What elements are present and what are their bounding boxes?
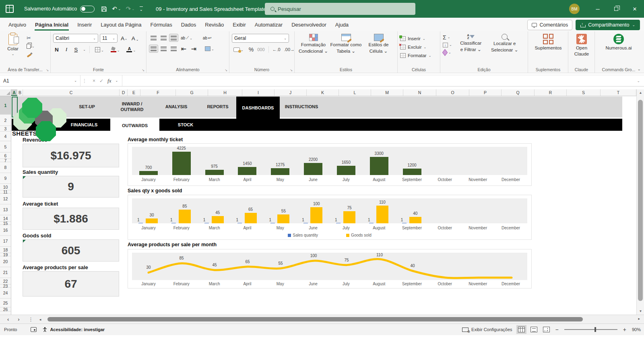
decrease-decimal-button[interactable]: .00→ bbox=[284, 47, 295, 52]
name-box[interactable]: A1 ⌄ bbox=[0, 75, 80, 86]
vertical-scroll-thumb[interactable] bbox=[638, 100, 643, 301]
restore-button[interactable] bbox=[607, 0, 625, 18]
row-header-16[interactable]: 16 bbox=[0, 225, 11, 236]
addins-button[interactable]: Suplementos bbox=[530, 34, 566, 50]
row-header-24[interactable]: 24 bbox=[0, 288, 11, 299]
scroll-down-icon[interactable]: ▼ bbox=[637, 309, 644, 313]
comments-button[interactable]: Comentários bbox=[527, 20, 572, 30]
row-header-17[interactable]: 17 bbox=[0, 236, 11, 247]
decrease-indent-button[interactable]: ⇤ bbox=[179, 45, 188, 53]
row-header-5[interactable]: 5 bbox=[0, 141, 11, 152]
nav-tab-inward-outward[interactable]: INWARD / OUTWARD bbox=[112, 97, 152, 117]
select-all-corner[interactable] bbox=[0, 89, 11, 96]
row-header-9[interactable]: 9 bbox=[0, 173, 11, 184]
scroll-up-icon[interactable]: ▲ bbox=[637, 91, 644, 95]
orientation-button[interactable]: ab⟋⌄ bbox=[179, 35, 194, 41]
row-header-7[interactable]: 7 bbox=[0, 159, 11, 162]
document-title[interactable]: 09 - Inventory and Sales Spreadsheet Tem… bbox=[156, 6, 272, 12]
ribbon-tab-ajuda[interactable]: Ajuda bbox=[331, 19, 353, 31]
numerous-ai-button[interactable]: Numerous.ai bbox=[597, 34, 640, 50]
row-header-25[interactable]: 25 bbox=[0, 299, 11, 307]
align-middle-button[interactable] bbox=[159, 34, 168, 42]
minimize-button[interactable]: ─ bbox=[588, 0, 607, 18]
column-header-O[interactable]: O bbox=[436, 89, 469, 96]
autosum-button[interactable]: Σ⌄ bbox=[443, 34, 452, 40]
sub-tab-financials[interactable]: FINANCIALS bbox=[65, 119, 103, 131]
redo-button[interactable]: ↷⌄ bbox=[123, 5, 137, 12]
nav-tab-analysis[interactable]: ANALYSIS bbox=[159, 97, 193, 117]
horizontal-scrollbar[interactable]: ▸ bbox=[43, 315, 641, 323]
avatar[interactable]: BM bbox=[569, 4, 580, 14]
fill-button[interactable]: ↓⌄ bbox=[443, 42, 452, 48]
clear-button[interactable]: ⌄ bbox=[443, 49, 452, 56]
row-header-1[interactable]: 1 bbox=[0, 96, 11, 115]
column-header-B[interactable]: B bbox=[17, 89, 23, 96]
copy-button[interactable]: ⌄ bbox=[27, 43, 35, 49]
column-header-P[interactable]: P bbox=[469, 89, 502, 96]
dialog-launcher-icon[interactable]: ↘ bbox=[225, 68, 227, 72]
ribbon-tab-layout-da-página[interactable]: Layout da Página bbox=[96, 19, 146, 31]
column-header-T[interactable]: T bbox=[601, 89, 636, 96]
column-header-L[interactable]: L bbox=[339, 89, 371, 96]
font-size-select[interactable]: 11⌄ bbox=[100, 34, 118, 43]
prev-sheet-button[interactable]: ‹ bbox=[7, 316, 9, 322]
horizontal-scroll-thumb[interactable] bbox=[47, 317, 583, 321]
ribbon-tab-desenvolvedor[interactable]: Desenvolvedor bbox=[287, 19, 331, 31]
zoom-slider[interactable] bbox=[564, 329, 617, 330]
align-left-button[interactable] bbox=[149, 45, 158, 53]
ribbon-tab-página-inicial[interactable]: Página Inicial bbox=[31, 19, 73, 31]
comma-style-button[interactable]: 000 bbox=[257, 47, 264, 52]
nav-tab-dashboards[interactable]: DASHBOARDS bbox=[236, 97, 280, 120]
column-header-N[interactable]: N bbox=[403, 89, 436, 96]
underline-button[interactable]: S bbox=[72, 46, 79, 53]
page-break-view-button[interactable] bbox=[543, 327, 550, 332]
accounting-format-button[interactable]: ⌄ bbox=[232, 47, 245, 52]
find-select-button[interactable]: Localizar e Selecionar ⌄ bbox=[487, 34, 522, 66]
insert-cells-button[interactable]: Inserir⌄ bbox=[400, 35, 438, 42]
namebox-splitter[interactable]: ⋮ bbox=[80, 78, 89, 84]
sheet-canvas[interactable]: SHEETS TECH SET-UPINWARD / OUTWARDANALYS… bbox=[12, 96, 636, 315]
autosave-toggle[interactable] bbox=[80, 6, 95, 12]
display-settings-button[interactable]: Exibir Configurações bbox=[462, 327, 512, 332]
column-header-F[interactable]: F bbox=[140, 89, 176, 96]
row-header-15[interactable]: 15 bbox=[0, 222, 11, 225]
paste-button[interactable]: Colar ⌄ bbox=[2, 34, 23, 58]
vertical-scrollbar[interactable]: ▲ ▼ bbox=[636, 89, 644, 315]
column-header-H[interactable]: H bbox=[208, 89, 242, 96]
bold-button[interactable]: N bbox=[53, 46, 60, 53]
cancel-entry-button[interactable]: × bbox=[93, 78, 95, 84]
column-header-D[interactable]: D bbox=[120, 89, 128, 96]
conditional-formatting-button[interactable]: Formatação Condicional ⌄ bbox=[297, 34, 330, 66]
row-header-8[interactable]: 8 bbox=[0, 162, 11, 173]
ribbon-tab-arquivo[interactable]: Arquivo bbox=[4, 19, 31, 31]
percent-button[interactable]: % bbox=[249, 46, 254, 53]
scroll-left-icon[interactable]: ◂ bbox=[39, 317, 41, 321]
ribbon-tab-inserir[interactable]: Inserir bbox=[73, 19, 96, 31]
wrap-text-button[interactable]: ab↩ bbox=[201, 35, 213, 41]
row-header-13[interactable]: 13 bbox=[0, 204, 11, 215]
format-painter-button[interactable] bbox=[27, 52, 35, 58]
sort-filter-button[interactable]: AZ Classificar e Filtrar ⌄ bbox=[454, 34, 487, 66]
row-header-2[interactable]: 2 bbox=[0, 115, 11, 126]
next-sheet-button[interactable]: › bbox=[18, 316, 19, 322]
column-header-M[interactable]: M bbox=[371, 89, 403, 96]
zoom-level[interactable]: 90% bbox=[632, 327, 641, 332]
quick-access-menu-button[interactable]: ⌄ bbox=[137, 6, 145, 12]
italic-button[interactable]: I bbox=[64, 46, 69, 53]
scroll-right-icon[interactable]: ▸ bbox=[638, 317, 640, 321]
increase-decimal-button[interactable]: ←.0 bbox=[272, 47, 281, 52]
row-header-19[interactable]: 19 bbox=[0, 253, 11, 256]
row-header-23[interactable]: 23 bbox=[0, 284, 11, 288]
column-header-R[interactable]: R bbox=[535, 89, 567, 96]
nav-tab-reports[interactable]: REPORTS bbox=[201, 97, 235, 117]
align-top-button[interactable] bbox=[149, 34, 158, 42]
page-layout-view-button[interactable] bbox=[530, 327, 537, 332]
column-header-I[interactable]: I bbox=[242, 89, 275, 96]
ribbon-tab-dados[interactable]: Dados bbox=[177, 19, 201, 31]
formula-input[interactable] bbox=[122, 75, 633, 86]
share-button[interactable]: Compartilhamento ⌄ bbox=[576, 20, 640, 30]
row-header-12[interactable]: 12 bbox=[0, 194, 11, 204]
align-right-button[interactable] bbox=[169, 45, 178, 53]
number-format-select[interactable]: Geral⌄ bbox=[232, 34, 289, 43]
decrease-font-button[interactable]: A⌄ bbox=[130, 35, 140, 42]
